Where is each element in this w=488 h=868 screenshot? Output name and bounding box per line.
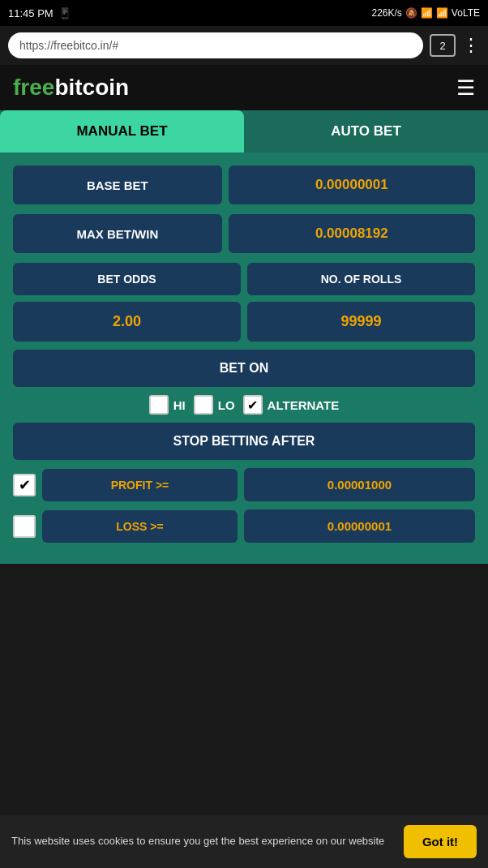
profit-value[interactable]: 0.00001000 <box>244 468 475 501</box>
bet-on-options: HI LO ✔ ALTERNATE <box>13 395 475 415</box>
no-of-rolls-col: NO. OF ROLLS 99999 <box>247 263 475 342</box>
main-content: BASE BET 0.00000001 MAX BET/WIN 0.000081… <box>0 153 488 564</box>
tab-manual-bet[interactable]: MANUAL BET <box>0 110 244 153</box>
loss-value[interactable]: 0.00000001 <box>244 509 475 543</box>
volte-badge: VoLTE <box>452 7 480 19</box>
hi-checkbox-group: HI <box>149 395 186 415</box>
loss-row: LOSS >= 0.00000001 <box>13 509 475 543</box>
stop-betting-section: ✔ PROFIT >= 0.00001000 LOSS >= 0.0000000… <box>13 468 475 543</box>
profit-checkbox[interactable]: ✔ <box>13 474 36 496</box>
bet-tab-row: MANUAL BET AUTO BET <box>0 110 488 153</box>
browser-menu-icon[interactable]: ⋮ <box>462 35 480 56</box>
lo-label: LO <box>218 398 235 412</box>
alternate-checkbox-group: ✔ ALTERNATE <box>243 395 340 415</box>
hi-label: HI <box>173 398 186 412</box>
max-bet-row: MAX BET/WIN 0.00008192 <box>13 214 475 253</box>
lo-checkbox[interactable] <box>194 395 213 415</box>
bet-odds-value[interactable]: 2.00 <box>13 302 241 342</box>
wifi-icon: 📶 <box>421 7 433 19</box>
address-bar-container: https://freebitco.in/# 2 ⋮ <box>0 26 488 65</box>
status-bar: 11:45 PM 📱 226K/s 🔕 📶 📶 VoLTE <box>0 0 488 26</box>
lo-checkbox-group: LO <box>194 395 235 415</box>
bet-odds-col: BET ODDS 2.00 <box>13 263 241 342</box>
time-display: 11:45 PM <box>8 7 54 19</box>
no-of-rolls-label: NO. OF ROLLS <box>247 263 475 295</box>
profit-label: PROFIT >= <box>42 469 238 501</box>
odds-rolls-container: BET ODDS 2.00 NO. OF ROLLS 99999 <box>13 263 475 342</box>
signal-icon: 📶 <box>436 7 448 19</box>
loss-label: LOSS >= <box>42 510 238 543</box>
tab-auto-bet[interactable]: AUTO BET <box>244 110 488 153</box>
status-left: 11:45 PM 📱 <box>8 7 71 19</box>
bet-odds-label: BET ODDS <box>13 263 241 295</box>
alternate-checkbox[interactable]: ✔ <box>243 395 263 415</box>
stop-betting-header: STOP BETTING AFTER <box>13 423 475 460</box>
base-bet-label: BASE BET <box>13 165 222 204</box>
base-bet-row: BASE BET 0.00000001 <box>13 165 475 204</box>
cookie-text: This website uses cookies to ensure you … <box>11 834 394 849</box>
bet-on-header: BET ON <box>13 350 475 387</box>
status-right: 226K/s 🔕 📶 📶 VoLTE <box>372 7 481 19</box>
alternate-label: ALTERNATE <box>268 398 340 412</box>
site-logo: freebitcoin <box>13 75 129 101</box>
max-bet-label: MAX BET/WIN <box>13 214 222 253</box>
base-bet-value[interactable]: 0.00000001 <box>229 165 475 204</box>
url-bar[interactable]: https://freebitco.in/# <box>8 32 423 58</box>
site-header: freebitcoin ☰ <box>0 65 488 110</box>
loss-checkbox[interactable] <box>13 515 36 538</box>
network-speed: 226K/s <box>372 7 402 19</box>
no-of-rolls-value[interactable]: 99999 <box>247 302 475 342</box>
max-bet-value[interactable]: 0.00008192 <box>229 214 475 253</box>
hi-checkbox[interactable] <box>149 395 169 415</box>
tab-count-button[interactable]: 2 <box>430 34 456 57</box>
logo-bitcoin: bitcoin <box>54 75 129 100</box>
got-it-button[interactable]: Got it! <box>404 825 477 858</box>
profit-row: ✔ PROFIT >= 0.00001000 <box>13 468 475 501</box>
hamburger-icon[interactable]: ☰ <box>456 75 475 101</box>
cookie-banner: This website uses cookies to ensure you … <box>0 815 488 868</box>
logo-free: free <box>13 75 54 100</box>
whatsapp-icon: 📱 <box>58 7 71 19</box>
bell-icon: 🔕 <box>405 7 417 19</box>
